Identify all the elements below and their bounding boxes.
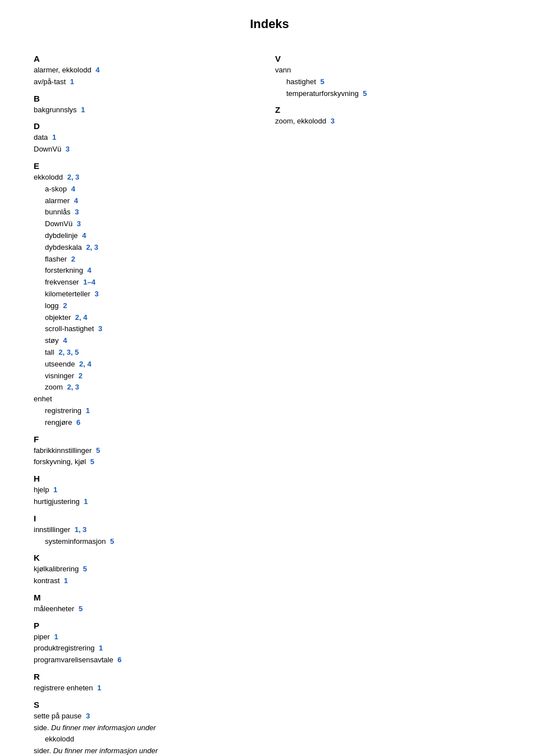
index-entry: ekkolodd 2, 3: [34, 172, 253, 184]
entry-text: hastighet: [275, 76, 316, 88]
index-entry: programvarelisensavtale 6: [34, 654, 253, 666]
entry-num: 3: [73, 207, 79, 218]
index-entry: tall 2, 3, 5: [34, 347, 253, 359]
index-entry: logg 2: [34, 300, 253, 312]
index-entry: kjølkalibrering 5: [34, 563, 253, 575]
section-letter-m: M: [34, 593, 253, 602]
index-entry: fabrikkinnstillinger 5: [34, 445, 253, 457]
italic-text: Du finner mer informasjon under: [51, 723, 156, 732]
entry-num: 5: [81, 563, 87, 575]
entry-text: flasher: [34, 254, 67, 265]
entry-text: bakgrunnslys: [34, 104, 77, 116]
entry-text: ekkolodd: [34, 734, 74, 745]
index-entry: dybdelinje 4: [34, 230, 253, 242]
index-entry: flasher 2: [34, 254, 253, 265]
index-entry: registrere enheten 1: [34, 682, 253, 694]
section-letter-f: F: [34, 434, 253, 444]
entry-text: av/på-tast: [34, 76, 66, 88]
index-entry: forskyvning, kjøl 5: [34, 456, 253, 468]
entry-num: 1: [84, 405, 90, 417]
entry-text: registrering: [34, 405, 81, 417]
entry-num: 6: [116, 654, 122, 666]
entry-num: 3: [84, 711, 90, 722]
section-letter-z: Z: [275, 105, 505, 114]
index-entry: forsterkning 4: [34, 265, 253, 277]
entry-num: 3: [75, 218, 81, 230]
entry-text: alarmer, ekkolodd: [34, 65, 92, 76]
entry-num: 3: [328, 116, 335, 127]
col-left: Aalarmer, ekkolodd 4av/på-tast 1Bbakgrun…: [34, 48, 270, 756]
index-entry: utseende 2, 4: [34, 359, 253, 370]
entry-text: zoom, ekkolodd: [275, 116, 326, 127]
entry-text: forsterkning: [34, 265, 83, 277]
index-entry: piper 1: [34, 631, 253, 643]
entry-num: 4: [94, 65, 100, 76]
section-letter-r: R: [34, 672, 253, 681]
entry-text: måleenheter: [34, 603, 74, 615]
index-entry: vann: [275, 65, 505, 76]
entry-text: tall: [34, 347, 54, 359]
entry-num: 3: [96, 323, 102, 335]
section-letter-v: V: [275, 54, 505, 63]
col-right: Vvannhastighet 5temperaturforskyvning 5Z…: [270, 48, 505, 756]
index-entry: kilometerteller 3: [34, 288, 253, 300]
entry-text: DownVü: [34, 218, 72, 230]
index-entry: måleenheter 5: [34, 603, 253, 615]
entry-text: sette på pause: [34, 711, 81, 722]
section-letter-s: S: [34, 700, 253, 709]
entry-num: 5: [94, 445, 100, 457]
entry-num: 2: [76, 370, 83, 382]
entry-num: 2, 3: [65, 382, 79, 393]
index-entry: hurtigjustering 1: [34, 496, 253, 508]
index-entry: innstillinger 1, 3: [34, 524, 253, 536]
entry-num: 1: [52, 631, 58, 643]
entry-num: 2, 3: [84, 242, 98, 254]
entry-text: data: [34, 132, 48, 144]
italic-text: Du finner mer informasjon under: [53, 746, 158, 755]
entry-text: forskyvning, kjøl: [34, 456, 86, 468]
entry-num: 5: [361, 88, 367, 100]
entry-text: innstillinger: [34, 524, 70, 536]
entry-text: ekkolodd: [34, 172, 63, 184]
section-letter-a: A: [34, 54, 253, 63]
entry-num: 3: [63, 144, 70, 155]
entry-text: bunnlås: [34, 207, 71, 218]
entry-num: 2, 4: [77, 359, 92, 370]
entry-num: 2, 4: [73, 312, 87, 324]
entry-num: 1: [62, 575, 68, 587]
entry-text: zoom: [34, 382, 63, 393]
entry-num: 5: [108, 536, 114, 548]
index-entry: scroll-hastighet 3: [34, 323, 253, 335]
entry-num: 4: [61, 335, 67, 347]
entry-num: 2, 3, 5: [57, 347, 79, 359]
index-entry: DownVü 3: [34, 144, 253, 155]
entry-num: 1: [50, 132, 56, 144]
index-entry: støy 4: [34, 335, 253, 347]
entry-text: dybdelinje: [34, 230, 78, 242]
entry-num: 2: [61, 300, 67, 312]
entry-num: 2: [69, 254, 75, 265]
index-entry: registrering 1: [34, 405, 253, 417]
entry-num: 1: [51, 484, 57, 496]
entry-text: enhet: [34, 393, 52, 405]
section-letter-p: P: [34, 621, 253, 630]
entry-text: produktregistrering: [34, 643, 94, 654]
index-entry: alarmer, ekkolodd 4: [34, 65, 253, 76]
index-entry: bakgrunnslys 1: [34, 104, 253, 116]
index-entry: zoom, ekkolodd 3: [275, 116, 505, 127]
entry-text: piper: [34, 631, 50, 643]
section-letter-d: D: [34, 121, 253, 131]
index-entry: sette på pause 3: [34, 711, 253, 722]
section-letter-h: H: [34, 474, 253, 483]
entry-num: 6: [74, 417, 80, 429]
index-entry: zoom 2, 3: [34, 382, 253, 393]
entry-text: logg: [34, 300, 59, 312]
entry-text: a-skop: [34, 184, 67, 195]
entry-text: dybdeskala: [34, 242, 82, 254]
entry-text: alarmer: [34, 195, 70, 207]
entry-text: fabrikkinnstillinger: [34, 445, 92, 457]
index-entry: sider. Du finner mer informasjon under: [34, 745, 253, 756]
index-body: Aalarmer, ekkolodd 4av/på-tast 1Bbakgrun…: [34, 48, 505, 756]
index-entry: systeminformasjon 5: [34, 536, 253, 548]
entry-text: frekvenser: [34, 277, 79, 288]
